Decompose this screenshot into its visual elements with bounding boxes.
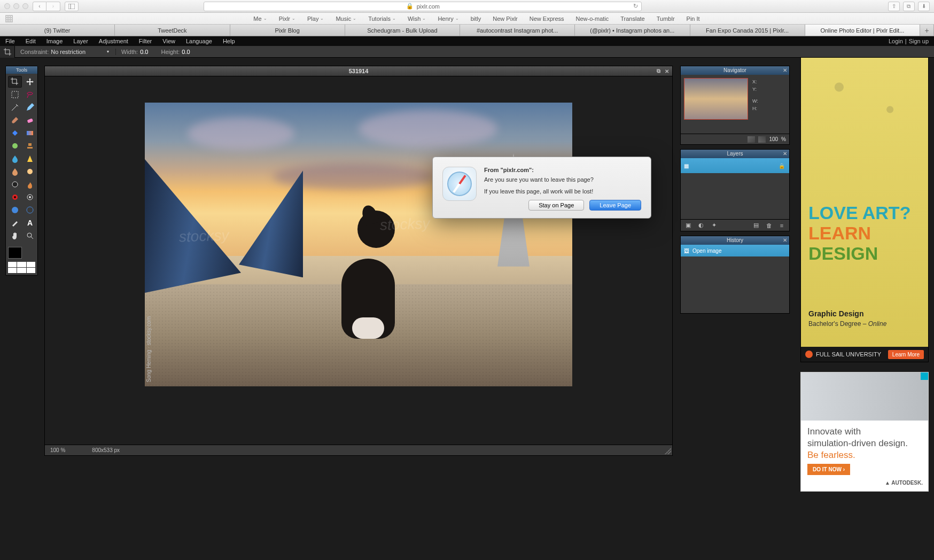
canvas[interactable]: stocksy stocksy Song Heming · stocksy.co… xyxy=(45,76,672,445)
spot-tool[interactable] xyxy=(23,191,37,203)
document-titlebar[interactable]: 531914 ⧉ ✕ xyxy=(45,66,672,76)
bookmark-item[interactable]: Henry⌄ xyxy=(438,15,458,22)
redeye-tool[interactable] xyxy=(8,191,22,203)
bookmark-item[interactable]: New Pixlr xyxy=(493,15,517,22)
zoom-in-icon[interactable] xyxy=(758,136,766,143)
preset-palette[interactable] xyxy=(8,262,35,273)
share-button[interactable]: ⇧ xyxy=(888,2,900,11)
ad-banner-1[interactable]: LOVE ART? LEARN DESIGN Graphic Design Ba… xyxy=(800,42,929,362)
browser-tab[interactable]: (@pixlr) • Instagram photos an... xyxy=(575,25,690,36)
new-tab-button[interactable]: + xyxy=(920,25,934,36)
layer-thumb-icon[interactable]: ▣ xyxy=(684,222,692,229)
wand-tool[interactable] xyxy=(8,102,22,113)
menu-filter[interactable]: Filter xyxy=(134,38,157,44)
menu-edit[interactable]: Edit xyxy=(20,38,41,44)
new-layer-icon[interactable]: ▤ xyxy=(752,222,760,229)
bookmark-item[interactable]: Pixlr⌄ xyxy=(279,15,295,22)
bookmark-item[interactable]: Music⌄ xyxy=(336,15,356,22)
bookmark-item[interactable]: Tumblr xyxy=(657,15,675,22)
blur-tool[interactable] xyxy=(8,153,22,165)
downloads-button[interactable]: ⬇ xyxy=(918,2,930,11)
lock-icon[interactable]: 🔒 xyxy=(779,163,785,169)
sponge-tool[interactable] xyxy=(23,166,37,177)
sidebar-toggle[interactable] xyxy=(65,2,79,11)
minimize-window-dot[interactable] xyxy=(13,3,19,9)
forward-button[interactable]: › xyxy=(46,2,60,11)
navigator-thumbnail[interactable] xyxy=(684,78,748,120)
smudge-tool[interactable] xyxy=(8,166,22,177)
close-window-dot[interactable] xyxy=(4,3,10,9)
layer-menu-icon[interactable]: ≡ xyxy=(777,222,786,229)
menu-file[interactable]: File xyxy=(0,38,20,44)
bookmark-item[interactable]: Play⌄ xyxy=(307,15,324,22)
menu-language[interactable]: Language xyxy=(181,38,217,44)
login-link[interactable]: Login xyxy=(889,38,903,44)
history-row[interactable]: 🖼 Open image xyxy=(681,245,789,256)
browser-tab[interactable]: #autocontrast Instagram phot... xyxy=(460,25,575,36)
gradient-tool[interactable] xyxy=(23,127,37,139)
delete-layer-icon[interactable]: 🗑 xyxy=(765,222,773,229)
bloat-tool[interactable] xyxy=(8,204,22,216)
layer-row[interactable]: ▦ 🔒 xyxy=(681,158,789,173)
signup-link[interactable]: Sign up xyxy=(909,38,929,44)
browser-tab[interactable]: Schedugram - Bulk Upload xyxy=(345,25,460,36)
width-value[interactable]: 0.0 xyxy=(140,49,148,55)
foreground-color[interactable] xyxy=(8,247,22,259)
bookmark-item[interactable]: Me⌄ xyxy=(253,15,267,22)
type-tool[interactable]: A xyxy=(23,217,37,229)
zoom-out-icon[interactable] xyxy=(748,136,755,143)
zoom-tool[interactable] xyxy=(23,230,37,242)
marquee-tool[interactable] xyxy=(8,89,22,100)
close-doc-icon[interactable]: ✕ xyxy=(664,68,670,74)
bookmark-item[interactable]: bitly xyxy=(471,15,481,22)
burn-tool[interactable] xyxy=(23,178,37,190)
address-bar[interactable]: 🔒 pixlr.com ↻ xyxy=(204,2,642,11)
menu-view[interactable]: View xyxy=(157,38,181,44)
stay-on-page-button[interactable]: Stay on Page xyxy=(528,200,584,211)
maximize-doc-icon[interactable]: ⧉ xyxy=(655,68,661,74)
hand-tool[interactable] xyxy=(8,230,22,242)
sharpen-tool[interactable] xyxy=(23,153,37,165)
do-it-now-button[interactable]: DO IT NOW › xyxy=(807,464,850,475)
ad-banner-2[interactable]: Innovate with simulation-driven design. … xyxy=(800,372,929,492)
learn-more-button[interactable]: Learn More xyxy=(888,350,924,359)
resize-handle-icon[interactable] xyxy=(665,448,671,454)
lasso-tool[interactable] xyxy=(23,89,37,100)
browser-tab[interactable]: Fan Expo Canada 2015 | Pixlr... xyxy=(690,25,805,36)
bookmark-item[interactable]: Translate xyxy=(620,15,644,22)
bookmark-item[interactable]: New Express xyxy=(530,15,564,22)
close-icon[interactable]: ✕ xyxy=(783,150,787,158)
reload-icon[interactable]: ↻ xyxy=(633,3,638,10)
tabs-button[interactable]: ⧉ xyxy=(903,2,915,11)
brush-tool[interactable] xyxy=(8,114,22,126)
menu-layer[interactable]: Layer xyxy=(68,38,94,44)
browser-tab[interactable]: (9) Twitter xyxy=(0,25,115,36)
close-icon[interactable]: ✕ xyxy=(783,66,787,75)
clone-tool[interactable] xyxy=(8,140,22,152)
height-value[interactable]: 0.0 xyxy=(182,49,190,55)
menu-help[interactable]: Help xyxy=(217,38,240,44)
layer-mask-icon[interactable]: ◐ xyxy=(697,222,705,229)
zoom-window-dot[interactable] xyxy=(22,3,28,9)
layer-fx-icon[interactable]: ✦ xyxy=(710,222,718,229)
bookmark-item[interactable]: Wish⌄ xyxy=(408,15,426,22)
browser-tab[interactable]: Online Photo Editor | Pixlr Edit... xyxy=(805,25,920,36)
crop-tool[interactable] xyxy=(8,76,22,88)
menu-image[interactable]: Image xyxy=(41,38,68,44)
top-sites-icon[interactable] xyxy=(5,15,13,22)
picker-tool[interactable] xyxy=(8,217,22,229)
back-button[interactable]: ‹ xyxy=(33,2,46,11)
adchoices-icon[interactable] xyxy=(921,372,928,380)
stamp-tool[interactable] xyxy=(23,140,37,152)
menu-adjustment[interactable]: Adjustment xyxy=(94,38,134,44)
bookmark-item[interactable]: New-o-matic xyxy=(576,15,609,22)
leave-page-button[interactable]: Leave Page xyxy=(589,200,641,211)
pencil-tool[interactable] xyxy=(23,102,37,113)
eraser-tool[interactable] xyxy=(23,114,37,126)
layer-visibility-icon[interactable]: ▦ xyxy=(684,163,689,169)
close-icon[interactable]: ✕ xyxy=(783,236,787,245)
constraint-select[interactable]: No restriction ▾ xyxy=(51,49,116,55)
pinch-tool[interactable] xyxy=(23,204,37,216)
browser-tab[interactable]: TweetDeck xyxy=(115,25,230,36)
bookmark-item[interactable]: Tutorials⌄ xyxy=(368,15,396,22)
